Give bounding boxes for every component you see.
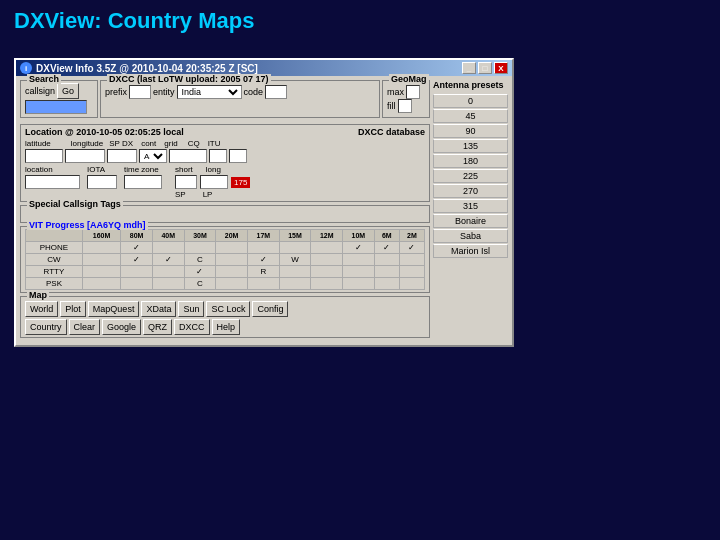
long-label: long	[206, 165, 221, 174]
spdx-input[interactable]: 7501	[107, 149, 137, 163]
cq-input[interactable]: 22	[209, 149, 227, 163]
sp-value: SP	[175, 190, 186, 199]
country-button[interactable]: Country	[25, 319, 67, 335]
close-button[interactable]: X	[494, 62, 508, 74]
geomag-max-input[interactable]: K	[406, 85, 420, 99]
vii-col-12: 12M	[311, 230, 343, 242]
window-title: DXView Info 3.5Z @ 2010-10-04 20:35:25 Z…	[36, 63, 258, 74]
antenna-item-bonaire[interactable]: Bonaire	[433, 214, 508, 228]
callsign-input[interactable]: VU2WAP	[25, 100, 87, 114]
vii-col-6: 6M	[374, 230, 399, 242]
app-window: i DXView Info 3.5Z @ 2010-10-04 20:35:25…	[14, 58, 514, 347]
antenna-item-225[interactable]: 225	[433, 169, 508, 183]
antenna-list: 0 45 90 135 180 225 270 315 Bonaire Saba…	[433, 94, 508, 258]
antenna-item-0[interactable]: 0	[433, 94, 508, 108]
mode-cw: CW	[26, 254, 83, 266]
cont-label: cont	[141, 139, 156, 148]
callsign-row: callsign Go	[25, 83, 93, 99]
page-title: DXView: Country Maps	[0, 0, 720, 42]
antenna-item-90[interactable]: 90	[433, 124, 508, 138]
cq-label: CQ	[188, 139, 200, 148]
grid-label: grid	[164, 139, 177, 148]
xdata-button[interactable]: XData	[141, 301, 176, 317]
code-input[interactable]: 1/4	[265, 85, 287, 99]
prefix-input[interactable]: VU	[129, 85, 151, 99]
mode-psk: PSK	[26, 278, 83, 290]
antenna-item-saba[interactable]: Saba	[433, 229, 508, 243]
google-button[interactable]: Google	[102, 319, 141, 335]
antenna-item-marion[interactable]: Marion Isl	[433, 244, 508, 258]
lat-label: latitude	[25, 139, 51, 148]
location-header: Location @ 2010-10-05 02:05:25 local	[25, 127, 184, 137]
plot-button[interactable]: Plot	[60, 301, 86, 317]
vii-section: VIT Progress [AA6YQ mdh] 160M 80M 40M 30…	[20, 226, 430, 293]
antenna-item-270[interactable]: 270	[433, 184, 508, 198]
geomag-fill-label: fill	[387, 101, 396, 111]
maximize-button[interactable]: □	[478, 62, 492, 74]
grid-input[interactable]: NL04aa	[169, 149, 207, 163]
map-section: Map World Plot MapQuest XData Sun SC Loc…	[20, 296, 430, 338]
main-layout: Search callsign Go VU2WAP DXCC (last LoT…	[20, 80, 508, 341]
short-input[interactable]: 27	[175, 175, 197, 189]
antenna-item-45[interactable]: 45	[433, 109, 508, 123]
search-label: Search	[27, 74, 61, 84]
dxcc-button[interactable]: DXCC	[174, 319, 210, 335]
lon-label: longitude	[71, 139, 103, 148]
vii-col-17: 17M	[247, 230, 279, 242]
location-input[interactable]: India	[25, 175, 80, 189]
entity-select[interactable]: India	[177, 85, 242, 99]
sclock-button[interactable]: SC Lock	[206, 301, 250, 317]
vii-col-10: 10M	[343, 230, 375, 242]
mapquest-button[interactable]: MapQuest	[88, 301, 140, 317]
cont-select[interactable]: AS	[139, 149, 167, 163]
short-label: short	[175, 165, 193, 174]
itu-label: ITU	[208, 139, 221, 148]
world-button[interactable]: World	[25, 301, 58, 317]
timezone-input[interactable]: UTC+5.5	[124, 175, 162, 189]
help-button[interactable]: Help	[212, 319, 241, 335]
left-panel: Search callsign Go VU2WAP DXCC (last LoT…	[20, 80, 430, 341]
geomag-fill-input[interactable]: ?	[398, 99, 412, 113]
vii-col-160: 160M	[82, 230, 120, 242]
config-button[interactable]: Config	[252, 301, 288, 317]
long-input[interactable]: 207	[200, 175, 228, 189]
entity-label: entity	[153, 87, 175, 97]
timezone-label: time zone	[124, 165, 162, 174]
vii-col-15: 15M	[279, 230, 311, 242]
mode-rtty: RTTY	[26, 266, 83, 278]
go-button[interactable]: Go	[57, 83, 79, 99]
antenna-presets-label: Antenna presets	[433, 80, 508, 90]
itu-input[interactable]: 41	[229, 149, 247, 163]
table-row: CW ✓ ✓ C ✓ W	[26, 254, 425, 266]
location-label: location	[25, 165, 80, 174]
code-label: code	[244, 87, 264, 97]
antenna-item-135[interactable]: 135	[433, 139, 508, 153]
location-section: Location @ 2010-10-05 02:05:25 local DXC…	[20, 124, 430, 202]
heading-highlight: 175	[231, 177, 250, 188]
right-panel: Antenna presets 0 45 90 135 180 225 270 …	[433, 80, 508, 341]
dxcc-label: DXCC (last LoTW upload: 2005 07 17)	[107, 74, 271, 84]
dxcc-section: DXCC (last LoTW upload: 2005 07 17) pref…	[100, 80, 380, 118]
longitude-input[interactable]: 80 0' E	[65, 149, 105, 163]
vii-col-40: 40M	[152, 230, 184, 242]
antenna-item-180[interactable]: 180	[433, 154, 508, 168]
callsign-input-row: VU2WAP	[25, 100, 93, 114]
map-label: Map	[27, 290, 49, 300]
vii-col-2: 2M	[399, 230, 424, 242]
mode-phone: PHONE	[26, 242, 83, 254]
minimize-button[interactable]: _	[462, 62, 476, 74]
antenna-item-315[interactable]: 315	[433, 199, 508, 213]
prefix-label: prefix	[105, 87, 127, 97]
clear-button[interactable]: Clear	[69, 319, 101, 335]
qrz-button[interactable]: QRZ	[143, 319, 172, 335]
sun-button[interactable]: Sun	[178, 301, 204, 317]
vii-mode-col	[26, 230, 83, 242]
iota-label: IOTA	[87, 165, 117, 174]
iota-input[interactable]	[87, 175, 117, 189]
spdx-label: SP DX	[109, 139, 133, 148]
lp-value: LP	[203, 190, 213, 199]
callsign-label: callsign	[25, 86, 55, 96]
geomag-section: GeoMag max K fill ?	[382, 80, 430, 118]
latitude-input[interactable]: 24 0' N	[25, 149, 63, 163]
window-content: Search callsign Go VU2WAP DXCC (last LoT…	[16, 76, 512, 345]
